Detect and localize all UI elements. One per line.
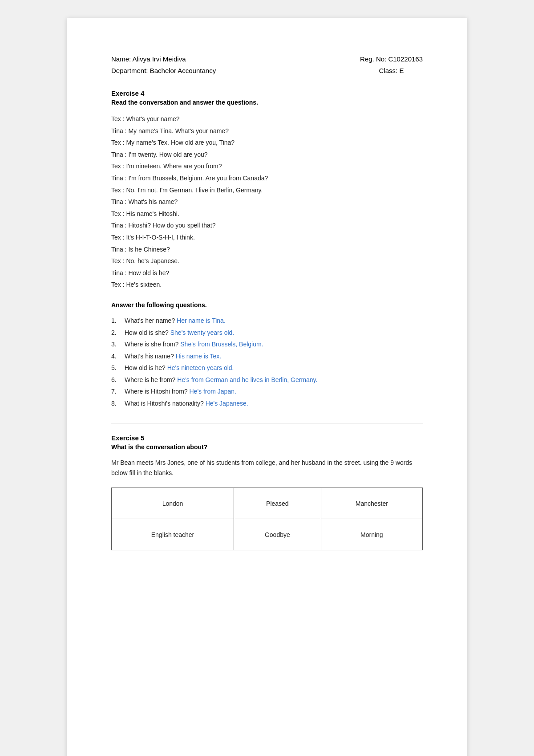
list-item: 5.How old is he? He's nineteen years old… <box>111 362 423 374</box>
table-row: LondonPleasedManchester <box>112 488 423 519</box>
question-prompt: What is Hitoshi's nationality? <box>125 400 206 407</box>
conversation-line: Tina : I'm from Brussels, Belgium. Are y… <box>111 172 423 184</box>
question-text: How old is he? He's nineteen years old. <box>125 362 234 374</box>
question-number: 8. <box>111 398 120 410</box>
list-item: 8.What is Hitoshi's nationality? He's Ja… <box>111 398 423 410</box>
question-number: 2. <box>111 327 120 339</box>
header-left: Name: Alivya Irvi Meidiva Department: Ba… <box>111 53 216 76</box>
conversation-block: Tex : What's your name?Tina : My name's … <box>111 113 423 291</box>
answer-text: He's Japanese. <box>206 400 248 407</box>
header-section: Name: Alivya Irvi Meidiva Department: Ba… <box>111 53 423 76</box>
list-item: 4.What's his name? His name is Tex. <box>111 350 423 362</box>
table-cell: Goodbye <box>234 519 321 550</box>
exercise5-subtitle: What is the conversation about? <box>111 443 423 451</box>
question-text: Where is she from? She's from Brussels, … <box>125 338 263 350</box>
conversation-line: Tina : Hitoshi? How do you spell that? <box>111 219 423 232</box>
question-text: How old is she? She's twenty years old. <box>125 327 234 339</box>
answer-text: He's nineteen years old. <box>167 364 234 371</box>
conversation-line: Tex : I'm nineteen. Where are you from? <box>111 160 423 172</box>
question-prompt: How old is she? <box>125 329 170 336</box>
exercise4-subtitle: Read the conversation and answer the que… <box>111 99 423 106</box>
answer-text: He's from German and he lives in Berlin,… <box>177 376 317 383</box>
answer-section-title: Answer the following questions. <box>111 301 423 309</box>
answer-text: She's from Brussels, Belgium. <box>180 341 263 348</box>
conversation-line: Tina : How old is he? <box>111 267 423 279</box>
list-item: 1.What's her name? Her name is Tina. <box>111 315 423 327</box>
question-text: What's her name? Her name is Tina. <box>125 315 226 327</box>
answer-text: Her name is Tina. <box>177 317 226 324</box>
question-prompt: How old is he? <box>125 364 167 371</box>
question-text: What's his name? His name is Tex. <box>125 350 221 362</box>
conversation-line: Tina : Is he Chinese? <box>111 244 423 256</box>
exercise4-title: Exercise 4 <box>111 89 423 97</box>
list-item: 2.How old is she? She's twenty years old… <box>111 327 423 339</box>
header-right: Reg. No: C10220163 Class: E <box>360 53 423 76</box>
conversation-line: Tina : What's his name? <box>111 196 423 208</box>
list-item: 6.Where is he from? He's from German and… <box>111 374 423 386</box>
class: Class: E <box>360 65 423 77</box>
answer-text: His name is Tex. <box>176 353 221 360</box>
department: Department: Bachelor Accountancy <box>111 65 216 77</box>
list-item: 3.Where is she from? She's from Brussels… <box>111 338 423 350</box>
conversation-line: Tex : No, he's Japanese. <box>111 255 423 267</box>
conversation-line: Tina : My name's Tina. What's your name? <box>111 125 423 137</box>
conversation-line: Tex : What's your name? <box>111 113 423 125</box>
conversation-line: Tex : His name's Hitoshi. <box>111 208 423 220</box>
exercise5-title: Exercise 5 <box>111 434 423 442</box>
table-cell: Manchester <box>321 488 422 519</box>
question-text: Where is he from? He's from German and h… <box>125 374 317 386</box>
conversation-line: Tex : No, I'm not. I'm German. I live in… <box>111 184 423 196</box>
table-cell: London <box>112 488 234 519</box>
question-number: 3. <box>111 338 120 350</box>
reg-number: Reg. No: C10220163 <box>360 53 423 65</box>
question-number: 6. <box>111 374 120 386</box>
answer-text: She's twenty years old. <box>170 329 235 336</box>
conversation-line: Tina : I'm twenty. How old are you? <box>111 149 423 161</box>
question-number: 7. <box>111 386 120 398</box>
table-cell: Morning <box>321 519 422 550</box>
word-table: LondonPleasedManchesterEnglish teacherGo… <box>111 488 423 550</box>
table-cell: English teacher <box>112 519 234 550</box>
question-number: 1. <box>111 315 120 327</box>
conversation-line: Tex : It's H-I-T-O-S-H-I, I think. <box>111 232 423 244</box>
question-prompt: Where is Hitoshi from? <box>125 388 189 395</box>
student-name: Name: Alivya Irvi Meidiva <box>111 53 216 65</box>
conversation-line: Tex : He's sixteen. <box>111 279 423 291</box>
table-cell: Pleased <box>234 488 321 519</box>
question-prompt: What's her name? <box>125 317 177 324</box>
page: Name: Alivya Irvi Meidiva Department: Ba… <box>67 18 467 756</box>
answer-text: He's from Japan. <box>189 388 236 395</box>
question-text: Where is Hitoshi from? He's from Japan. <box>125 386 236 398</box>
exercise5-description: Mr Bean meets Mrs Jones, one of his stud… <box>111 458 423 479</box>
list-item: 7.Where is Hitoshi from? He's from Japan… <box>111 386 423 398</box>
exercise4: Exercise 4 Read the conversation and ans… <box>111 89 423 410</box>
question-prompt: Where is she from? <box>125 341 180 348</box>
question-number: 4. <box>111 350 120 362</box>
exercise5: Exercise 5 What is the conversation abou… <box>111 434 423 551</box>
section-divider <box>111 423 423 423</box>
table-row: English teacherGoodbyeMorning <box>112 519 423 550</box>
questions-list: 1.What's her name? Her name is Tina.2.Ho… <box>111 315 423 410</box>
conversation-line: Tex : My name's Tex. How old are you, Ti… <box>111 137 423 149</box>
question-prompt: What's his name? <box>125 353 176 360</box>
question-number: 5. <box>111 362 120 374</box>
question-text: What is Hitoshi's nationality? He's Japa… <box>125 398 248 410</box>
question-prompt: Where is he from? <box>125 376 177 383</box>
